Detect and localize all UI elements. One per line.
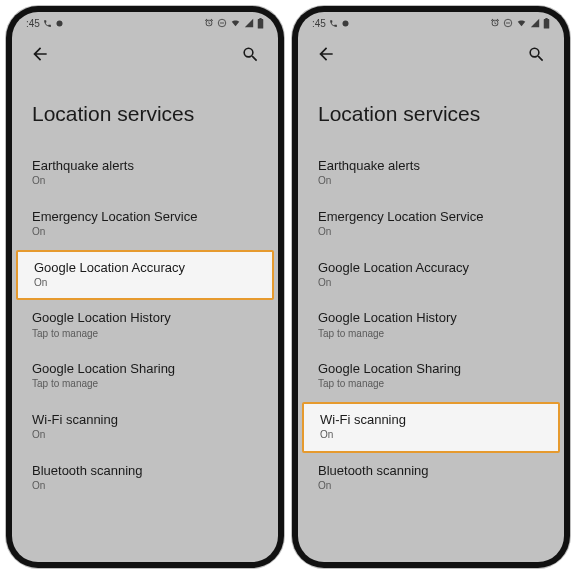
list-item-title: Google Location Sharing — [32, 361, 258, 377]
list-item[interactable]: Wi-Fi scanningOn — [302, 402, 560, 453]
list-item-title: Earthquake alerts — [318, 158, 544, 174]
list-item-sub: Tap to manage — [32, 328, 258, 341]
list-item[interactable]: Earthquake alertsOn — [12, 148, 278, 199]
alarm-icon — [204, 18, 214, 28]
list-item-sub: On — [34, 277, 256, 290]
list-item-sub: On — [320, 429, 542, 442]
list: Earthquake alertsOnEmergency Location Se… — [12, 148, 278, 562]
phone-icon — [329, 19, 338, 28]
list-item[interactable]: Earthquake alertsOn — [298, 148, 564, 199]
svg-rect-9 — [545, 18, 547, 19]
list-item-title: Emergency Location Service — [32, 209, 258, 225]
list-item-sub: On — [32, 175, 258, 188]
list-item[interactable]: Emergency Location ServiceOn — [12, 199, 278, 250]
battery-icon — [257, 18, 264, 29]
list-item-title: Earthquake alerts — [32, 158, 258, 174]
list-item-title: Google Location History — [32, 310, 258, 326]
battery-icon — [543, 18, 550, 29]
status-time: :45 — [312, 18, 326, 29]
phone-icon — [43, 19, 52, 28]
list-item[interactable]: Bluetooth scanningOn — [298, 453, 564, 504]
search-icon — [527, 45, 546, 64]
list-item-title: Wi-Fi scanning — [320, 412, 542, 428]
svg-point-0 — [56, 20, 62, 26]
status-time: :45 — [26, 18, 40, 29]
dots-icon — [55, 19, 64, 28]
search-button[interactable] — [234, 38, 266, 70]
toolbar — [12, 34, 278, 74]
dnd-icon — [503, 18, 513, 28]
arrow-back-icon — [316, 44, 336, 64]
svg-point-5 — [342, 20, 348, 26]
list: Earthquake alertsOnEmergency Location Se… — [298, 148, 564, 562]
svg-rect-3 — [258, 19, 264, 28]
signal-icon — [530, 18, 540, 28]
list-item[interactable]: Bluetooth scanningOn — [12, 453, 278, 504]
statusbar: :45 — [298, 12, 564, 34]
list-item-title: Google Location Accuracy — [318, 260, 544, 276]
list-item-sub: Tap to manage — [318, 378, 544, 391]
list-item[interactable]: Google Location AccuracyOn — [298, 250, 564, 301]
list-item-title: Bluetooth scanning — [318, 463, 544, 479]
svg-rect-8 — [544, 19, 550, 28]
svg-rect-4 — [259, 18, 261, 19]
wifi-icon — [230, 18, 241, 28]
list-item-sub: On — [318, 277, 544, 290]
back-button[interactable] — [24, 38, 56, 70]
list-item-title: Bluetooth scanning — [32, 463, 258, 479]
search-button[interactable] — [520, 38, 552, 70]
list-item[interactable]: Google Location AccuracyOn — [16, 250, 274, 301]
list-item-sub: Tap to manage — [32, 378, 258, 391]
list-item-sub: On — [318, 175, 544, 188]
back-button[interactable] — [310, 38, 342, 70]
toolbar — [298, 34, 564, 74]
list-item[interactable]: Google Location HistoryTap to manage — [12, 300, 278, 351]
dots-icon — [341, 19, 350, 28]
list-item-title: Google Location Sharing — [318, 361, 544, 377]
phone-right: :45 Location services Earthquake alertsO… — [292, 6, 570, 568]
list-item-sub: On — [318, 226, 544, 239]
list-item[interactable]: Google Location HistoryTap to manage — [298, 300, 564, 351]
statusbar: :45 — [12, 12, 278, 34]
dnd-icon — [217, 18, 227, 28]
page-title: Location services — [298, 74, 564, 148]
page-title: Location services — [12, 74, 278, 148]
list-item-sub: On — [318, 480, 544, 493]
list-item-sub: On — [32, 480, 258, 493]
list-item-title: Google Location Accuracy — [34, 260, 256, 276]
list-item[interactable]: Emergency Location ServiceOn — [298, 199, 564, 250]
arrow-back-icon — [30, 44, 50, 64]
search-icon — [241, 45, 260, 64]
list-item-sub: Tap to manage — [318, 328, 544, 341]
list-item-sub: On — [32, 226, 258, 239]
list-item[interactable]: Google Location SharingTap to manage — [12, 351, 278, 402]
list-item-title: Google Location History — [318, 310, 544, 326]
wifi-icon — [516, 18, 527, 28]
list-item-title: Emergency Location Service — [318, 209, 544, 225]
signal-icon — [244, 18, 254, 28]
list-item[interactable]: Wi-Fi scanningOn — [12, 402, 278, 453]
alarm-icon — [490, 18, 500, 28]
phone-left: :45 Location services Earthquake alertsO… — [6, 6, 284, 568]
list-item[interactable]: Google Location SharingTap to manage — [298, 351, 564, 402]
list-item-sub: On — [32, 429, 258, 442]
list-item-title: Wi-Fi scanning — [32, 412, 258, 428]
